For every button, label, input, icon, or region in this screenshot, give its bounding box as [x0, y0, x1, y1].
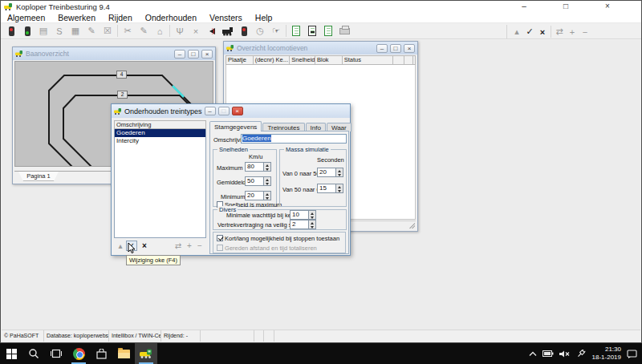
resize-grip[interactable] — [408, 222, 415, 229]
maximize-button[interactable]: □ — [188, 50, 199, 59]
maximum-label: Maximum — [217, 164, 243, 172]
column-blok[interactable]: Blok — [315, 56, 343, 64]
close-button[interactable]: × — [232, 107, 243, 115]
baanoverzicht-title: Baanoverzicht — [26, 50, 172, 58]
connector-icon[interactable] — [576, 350, 587, 358]
koploper-icon — [114, 108, 122, 115]
main-toolbar: ▤ S ▦ ✎ ☒ ✂ ✎ ⌂ Ψ × ◷ ☞ ▴ — [1, 23, 641, 39]
koploper-taskbar-icon[interactable] — [135, 343, 157, 364]
list-item-goederen[interactable]: Goederen — [115, 129, 205, 137]
speed-s-icon[interactable]: S — [51, 24, 67, 38]
maximum-spinner[interactable]: 80 — [245, 162, 271, 172]
edit-icon[interactable]: ✎ — [83, 24, 100, 38]
snelheden-group: Snelheden Km/u Maximum 80 Gemiddelde 50 … — [213, 149, 277, 207]
kort-lang-checkbox[interactable] — [217, 235, 223, 241]
close-button[interactable]: × — [404, 44, 415, 53]
close-button[interactable]: × — [599, 1, 616, 12]
treintype-list-header[interactable]: Omschrijving — [114, 120, 206, 129]
column-plaatje[interactable]: Plaatje — [226, 56, 254, 64]
list-item-intercity[interactable]: Intercity — [115, 137, 205, 145]
chrome-icon[interactable] — [67, 343, 90, 364]
export-icon[interactable] — [320, 24, 336, 38]
block-label-2[interactable]: 2 — [117, 91, 128, 99]
add-icon[interactable]: + — [566, 25, 579, 38]
menu-rijden[interactable]: Rijden — [102, 13, 139, 22]
remove-icon[interactable]: − — [579, 25, 591, 38]
cross-icon[interactable]: × — [188, 24, 204, 38]
locomotive-icon[interactable] — [220, 24, 236, 38]
tab-stamgegevens[interactable]: Stamgegevens — [209, 121, 262, 131]
add-icon[interactable]: + — [184, 241, 195, 251]
signal-stop-icon[interactable] — [236, 24, 252, 38]
draw-icon[interactable]: ✎ — [136, 24, 152, 38]
minimum-label: Minimum — [221, 193, 245, 200]
shunt-icon[interactable]: ⇄ — [553, 25, 566, 38]
store-icon[interactable] — [90, 343, 112, 364]
cut-icon[interactable]: ✂ — [120, 24, 136, 38]
column-extra[interactable] — [413, 56, 415, 64]
clock-date: 18-1-2019 — [592, 354, 621, 362]
maximize-button[interactable]: □ — [390, 44, 401, 53]
start-button[interactable] — [0, 343, 22, 364]
minimize-button[interactable]: – — [376, 44, 388, 53]
cancel-icon[interactable]: × — [139, 241, 150, 251]
search-icon[interactable] — [22, 343, 45, 364]
apply-up-icon[interactable]: ▴ — [115, 241, 126, 251]
clock-icon[interactable]: ◷ — [252, 24, 268, 38]
horn-icon[interactable] — [204, 24, 220, 38]
wachttijd-spinner[interactable]: 10 — [290, 210, 316, 220]
close-button[interactable]: × — [201, 50, 213, 59]
report-icon[interactable] — [288, 24, 304, 38]
action-center-icon[interactable] — [627, 350, 637, 358]
column-extra[interactable] — [404, 56, 413, 64]
cancel-icon[interactable]: × — [536, 25, 549, 38]
column-snelheid[interactable]: Snelheid — [290, 56, 315, 64]
shunt-icon[interactable]: ⇄ — [173, 241, 184, 251]
volume-muted-icon[interactable] — [559, 350, 571, 358]
taskbar-clock[interactable]: 21:30 18-1-2019 — [592, 346, 621, 362]
maximize-button: □ — [218, 107, 230, 115]
divers-group: Divers Minimale wachttijd bij keren 10 V… — [213, 209, 347, 230]
menu-help[interactable]: Help — [249, 13, 279, 22]
block-label-4[interactable]: 4 — [116, 71, 127, 79]
minimum-spinner[interactable]: 20 — [245, 191, 271, 200]
menu-bewerken[interactable]: Bewerken — [51, 13, 102, 22]
tray-expand-icon[interactable] — [529, 351, 537, 357]
gemiddelde-spinner[interactable]: 50 — [245, 176, 271, 186]
signal-red-icon[interactable] — [3, 24, 19, 38]
dialog-titlebar: Onderhouden treintypes – □ × — [112, 104, 350, 118]
delete-icon[interactable]: ☒ — [100, 24, 116, 38]
apply-up-icon[interactable]: ▴ — [510, 25, 523, 38]
battery-icon[interactable] — [542, 350, 554, 357]
print-icon[interactable] — [336, 24, 352, 38]
maximize-button[interactable]: □ — [557, 1, 575, 12]
file-explorer-icon[interactable] — [112, 343, 135, 364]
van-0-naar-50-spinner[interactable]: 20 — [317, 168, 343, 177]
loc-report-icon[interactable] — [304, 24, 320, 38]
menu-algemeen[interactable]: Algemeen — [1, 13, 51, 22]
kort-lang-checkbox-row[interactable]: Kort/lang mogelijkheid bij stoppen toest… — [217, 235, 339, 242]
accept-icon[interactable]: ✓ — [523, 25, 536, 38]
menu-onderhouden[interactable]: Onderhouden — [139, 13, 203, 22]
minimize-button[interactable]: – — [515, 1, 533, 12]
pointer-icon[interactable]: ☞ — [268, 24, 284, 38]
minimize-button[interactable]: – — [205, 107, 216, 115]
minimize-button[interactable]: – — [174, 50, 185, 59]
page-tab-pagina1[interactable]: Pagina 1 — [18, 172, 59, 181]
column-decnr[interactable]: (decnr) Ke... — [254, 56, 291, 64]
turnout-grid-icon[interactable]: ▦ — [67, 24, 83, 38]
task-view-icon[interactable] — [45, 343, 67, 364]
vertrekvertraging-spinner[interactable]: 2 — [290, 220, 316, 229]
column-status[interactable]: Status — [343, 56, 393, 64]
omschrijving-input[interactable]: Goederen — [241, 134, 347, 144]
van-50-naar-0-spinner[interactable]: 15 — [317, 184, 343, 193]
monitor-icon[interactable]: ▤ — [35, 24, 51, 38]
remove-icon[interactable]: − — [194, 241, 205, 251]
wye-icon[interactable]: Ψ — [172, 24, 188, 38]
menu-vensters[interactable]: Vensters — [203, 13, 249, 22]
statusbar-copyright: © PaHaSOFT — [2, 330, 44, 342]
signal-green-icon[interactable] — [19, 24, 35, 38]
column-extra[interactable] — [393, 56, 404, 64]
bell-icon[interactable]: ⌂ — [152, 24, 168, 38]
vertrekvertraging-label: Vertrekvertraging na veilig sein — [217, 221, 300, 229]
